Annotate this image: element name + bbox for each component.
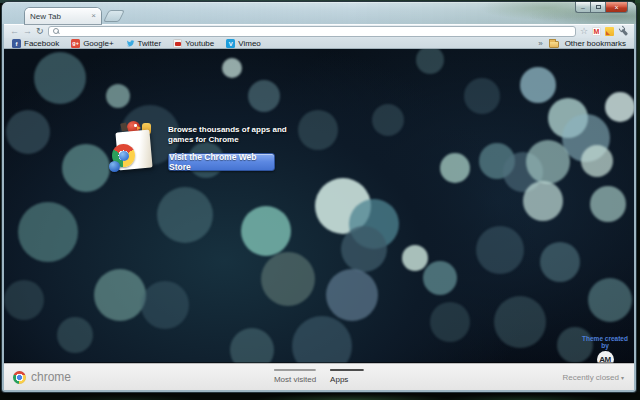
reload-button[interactable]: ↻: [36, 27, 44, 36]
bookmark-star-icon[interactable]: ☆: [580, 27, 588, 36]
bookmark-label: Google+: [83, 39, 113, 48]
promo-copy: Browse thousands of apps and games for C…: [168, 119, 287, 175]
bookmarks-overflow-chevron[interactable]: »: [538, 40, 542, 48]
theme-credit-label: Theme created by: [578, 335, 632, 349]
visit-web-store-button-label: Visit the Chrome Web Store: [169, 152, 274, 172]
new-tab-page: Browse thousands of apps and games for C…: [4, 49, 634, 390]
footer-tab-indicator: [274, 369, 316, 371]
bokeh-circle: [520, 67, 556, 103]
tab-new-tab[interactable]: New Tab ×: [25, 8, 101, 24]
bookmarks-bar: fFacebookg+Google+TwitterYoutubeVVimeo »…: [4, 38, 634, 49]
footer-tab-label: Apps: [330, 375, 364, 384]
bokeh-circle: [157, 187, 213, 243]
bookmark-item-vimeo[interactable]: VVimeo: [226, 39, 261, 48]
close-button[interactable]: ×: [605, 2, 628, 13]
footer-tab-most-visited[interactable]: Most visited: [274, 369, 316, 384]
bokeh-circle: [4, 280, 44, 320]
window-titlebar[interactable]: – × New Tab ×: [2, 2, 636, 24]
chrome-brand: chrome: [13, 364, 71, 390]
back-button[interactable]: ←: [10, 27, 19, 36]
bokeh-circle: [57, 317, 93, 353]
bokeh-circle: [34, 52, 86, 104]
ntp-section-tabs: Most visitedApps: [274, 369, 364, 384]
bokeh-circle: [416, 49, 444, 74]
ntp-footer: chrome Most visitedApps Recently closed …: [4, 363, 634, 390]
recently-closed-menu[interactable]: Recently closed ▾: [563, 373, 625, 382]
maximize-button[interactable]: [590, 2, 605, 13]
bokeh-circle: [298, 110, 338, 150]
bokeh-circle: [581, 145, 613, 177]
bokeh-circle: [402, 245, 428, 271]
blue-ball: [109, 161, 120, 172]
bokeh-circle: [261, 252, 315, 306]
bokeh-circle: [430, 302, 470, 342]
footer-tab-indicator: [330, 369, 364, 371]
omnibox[interactable]: [48, 26, 576, 37]
forward-button[interactable]: →: [23, 27, 32, 36]
tab-title: New Tab: [30, 12, 91, 21]
bokeh-circle: [476, 226, 524, 274]
maximize-icon: [596, 5, 601, 9]
bookmark-item-googleplus[interactable]: g+Google+: [71, 39, 113, 48]
bokeh-circle: [464, 78, 500, 114]
desktop-background: – × New Tab × ← → ↻ ☆ M: [0, 0, 640, 400]
twitter-bird-icon: [126, 39, 135, 48]
bokeh-circle: [248, 80, 280, 112]
bokeh-circle: [62, 144, 110, 192]
bokeh-circle: [588, 278, 632, 322]
new-tab-button[interactable]: [105, 11, 124, 21]
googleplus-icon: g+: [71, 39, 80, 48]
bokeh-circle: [523, 181, 563, 221]
recently-closed-label: Recently closed: [563, 373, 619, 382]
bokeh-circle: [18, 202, 78, 262]
footer-tab-label: Most visited: [274, 375, 316, 384]
bokeh-circle: [605, 92, 634, 122]
tab-close-icon[interactable]: ×: [91, 12, 96, 20]
bokeh-circle: [526, 140, 570, 184]
bookmark-label: Facebook: [24, 39, 59, 48]
twitter-icon: [126, 39, 135, 48]
bokeh-circle: [372, 104, 404, 136]
bokeh-circle: [341, 226, 387, 272]
bookmark-label: Vimeo: [238, 39, 261, 48]
bookmark-label: Youtube: [185, 39, 214, 48]
chrome-logo-icon: [13, 371, 26, 384]
chrome-web-store-bag-icon: [110, 119, 162, 175]
bokeh-circle: [326, 269, 378, 321]
minimize-button[interactable]: –: [575, 2, 590, 13]
bokeh-circle: [94, 269, 146, 321]
bookmark-item-twitter[interactable]: Twitter: [126, 39, 162, 48]
window-controls: – ×: [575, 2, 628, 13]
visit-web-store-button[interactable]: Visit the Chrome Web Store: [168, 153, 275, 171]
promo-text-line1: Browse thousands of apps and: [168, 125, 287, 135]
bokeh-circle: [440, 153, 470, 183]
chrome-brand-label: chrome: [31, 370, 71, 384]
desktop-wallpaper-bottom: [0, 392, 640, 400]
vimeo-icon: V: [226, 39, 235, 48]
bokeh-circle: [540, 242, 580, 282]
bookmark-label: Twitter: [138, 39, 162, 48]
bookmarks-bar-right: » Other bookmarks: [538, 39, 626, 48]
bokeh-circle: [590, 186, 626, 222]
search-icon: [53, 28, 60, 35]
bokeh-circle: [141, 281, 189, 329]
gmail-extension-icon[interactable]: M: [592, 27, 601, 36]
bookmark-item-youtube[interactable]: Youtube: [173, 39, 214, 48]
wrench-menu-icon[interactable]: [618, 26, 628, 36]
folder-icon: [549, 41, 559, 48]
youtube-icon: [173, 39, 182, 48]
facebook-icon: f: [12, 39, 21, 48]
bokeh-circle: [106, 84, 130, 108]
bokeh-circle: [423, 261, 457, 295]
youtube-screen-icon: [175, 42, 181, 46]
bookmark-item-facebook[interactable]: fFacebook: [12, 39, 59, 48]
footer-tab-apps[interactable]: Apps: [330, 369, 364, 384]
toolbar-actions: ☆ M: [580, 26, 628, 36]
bokeh-circle: [494, 296, 546, 348]
browser-toolbar: ← → ↻ ☆ M: [4, 24, 634, 38]
chevron-down-icon: ▾: [621, 374, 624, 381]
other-bookmarks-button[interactable]: Other bookmarks: [565, 39, 626, 48]
yellow-extension-icon[interactable]: [605, 27, 614, 36]
web-store-promo: Browse thousands of apps and games for C…: [110, 119, 287, 175]
bookmarks-list: fFacebookg+Google+TwitterYoutubeVVimeo: [12, 39, 261, 48]
